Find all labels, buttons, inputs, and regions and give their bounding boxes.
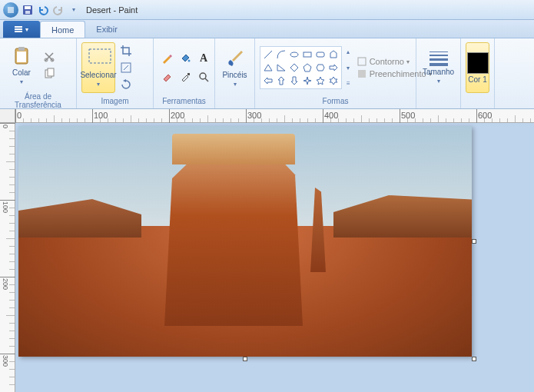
ruler-vertical: 0100200300 <box>0 123 15 392</box>
tab-home-label: Home <box>51 25 74 35</box>
tab-exibir-label: Exibir <box>96 25 118 34</box>
group-tools: A Ferramentas <box>154 38 215 108</box>
resize-handle-bottom[interactable] <box>243 357 247 361</box>
qat-dropdown-icon[interactable]: ▾ <box>68 4 80 16</box>
pencil-tool[interactable] <box>158 50 175 67</box>
shape-oval[interactable] <box>288 48 300 61</box>
brush-icon <box>224 48 246 69</box>
tab-home[interactable]: Home <box>40 21 85 38</box>
fill-tool[interactable] <box>177 50 194 67</box>
shape-right-triangle[interactable] <box>275 61 287 74</box>
shape-arrow-up[interactable] <box>275 75 287 87</box>
color-swatch <box>467 52 489 74</box>
pencil-icon <box>161 53 172 64</box>
svg-rect-21 <box>317 52 324 57</box>
eyedropper-icon <box>180 71 191 82</box>
svg-rect-14 <box>89 49 111 63</box>
select-button[interactable]: Selecionar ▾ <box>81 42 115 93</box>
shape-arrow-left[interactable] <box>262 75 274 87</box>
color1-button[interactable]: Cor 1 <box>466 42 489 93</box>
file-menu-button[interactable]: ▾ <box>3 21 40 38</box>
zoom-tool[interactable] <box>195 68 212 85</box>
select-rect-icon <box>88 48 109 69</box>
shapes-scroll-up[interactable]: ▴ <box>347 48 350 55</box>
shape-hexagon[interactable] <box>314 61 327 74</box>
cut-button[interactable] <box>41 49 57 65</box>
size-label: Tamanho <box>423 68 454 76</box>
ribbon: Colar ▾ Área de Transferência Selecionar <box>0 38 534 109</box>
size-button[interactable]: Tamanho ▾ <box>422 42 456 93</box>
svg-rect-5 <box>15 28 22 30</box>
shapes-scroll-down[interactable]: ▾ <box>347 65 350 71</box>
chevron-down-icon: ▾ <box>234 81 237 88</box>
svg-rect-8 <box>18 47 25 51</box>
shape-arrow-right[interactable] <box>327 61 340 74</box>
group-image: Selecionar ▾ Imagem <box>77 38 154 108</box>
paste-button[interactable]: Colar ▾ <box>5 40 38 91</box>
group-color-label <box>466 95 489 107</box>
shape-roundrect[interactable] <box>314 48 327 61</box>
redo-icon[interactable] <box>52 4 65 16</box>
quick-access-toolbar: ▾ <box>3 2 80 18</box>
shape-pentagon[interactable] <box>301 61 313 74</box>
brushes-button[interactable]: Pincéis ▾ <box>220 42 250 93</box>
fill-icon <box>357 68 367 79</box>
group-size: Tamanho ▾ <box>416 38 461 108</box>
shape-line[interactable] <box>262 48 274 61</box>
svg-rect-9 <box>17 51 26 62</box>
chevron-down-icon: ▾ <box>97 81 100 88</box>
shapes-gallery[interactable] <box>260 46 342 89</box>
resize-handle-corner[interactable] <box>472 357 476 361</box>
eraser-tool[interactable] <box>158 68 175 85</box>
group-clipboard: Colar ▾ Área de Transferência <box>0 38 77 108</box>
canvas[interactable] <box>18 126 472 357</box>
group-brushes-label <box>220 95 250 107</box>
outline-icon <box>357 56 367 67</box>
copy-icon <box>43 68 55 80</box>
rotate-button[interactable] <box>118 77 134 92</box>
undo-icon[interactable] <box>37 4 49 16</box>
magnifier-icon <box>198 71 209 82</box>
resize-button[interactable] <box>118 60 134 75</box>
eraser-icon <box>161 71 172 82</box>
shape-star5[interactable] <box>314 75 327 87</box>
shape-curve[interactable] <box>275 48 287 61</box>
tab-exibir[interactable]: Exibir <box>85 21 128 38</box>
chevron-down-icon: ▾ <box>406 58 410 65</box>
picker-tool[interactable] <box>177 68 194 85</box>
svg-rect-3 <box>25 11 30 14</box>
copy-button[interactable] <box>41 66 57 81</box>
ribbon-tabs: ▾ Home Exibir <box>0 20 534 38</box>
svg-point-18 <box>200 73 206 79</box>
chevron-down-icon: ▾ <box>437 78 440 85</box>
shape-triangle[interactable] <box>262 61 274 74</box>
crop-icon <box>120 45 132 57</box>
shapes-expand[interactable]: ≡ <box>347 80 350 87</box>
brushes-label: Pincéis <box>222 71 247 79</box>
shape-star4[interactable] <box>301 75 313 87</box>
resize-handle-right[interactable] <box>472 239 476 244</box>
group-size-label <box>421 95 456 107</box>
text-tool[interactable]: A <box>195 50 212 67</box>
image-butte-cap <box>172 134 295 164</box>
shape-diamond[interactable] <box>288 61 300 74</box>
shape-polygon[interactable] <box>327 48 340 61</box>
group-shapes: ▴ ▾ ≡ Contorno ▾ Preenchimento ▾ Formas <box>255 38 416 108</box>
shape-rect[interactable] <box>301 48 313 61</box>
paint-orb-icon[interactable] <box>3 2 18 18</box>
paste-label: Colar <box>12 68 31 77</box>
svg-rect-4 <box>15 26 22 28</box>
bucket-icon <box>180 53 191 64</box>
shape-star6[interactable] <box>327 75 340 87</box>
group-color: Cor 1 <box>461 38 495 108</box>
ruler-horizontal: 0100200300400500600 <box>15 109 534 123</box>
chevron-down-icon: ▾ <box>20 78 23 85</box>
shape-arrow-down[interactable] <box>288 75 300 87</box>
canvas-container <box>18 126 472 357</box>
svg-rect-0 <box>8 7 14 13</box>
svg-rect-20 <box>303 52 311 57</box>
group-image-label: Imagem <box>81 95 148 107</box>
save-icon[interactable] <box>22 4 34 16</box>
svg-point-19 <box>290 52 298 57</box>
crop-button[interactable] <box>118 43 134 58</box>
